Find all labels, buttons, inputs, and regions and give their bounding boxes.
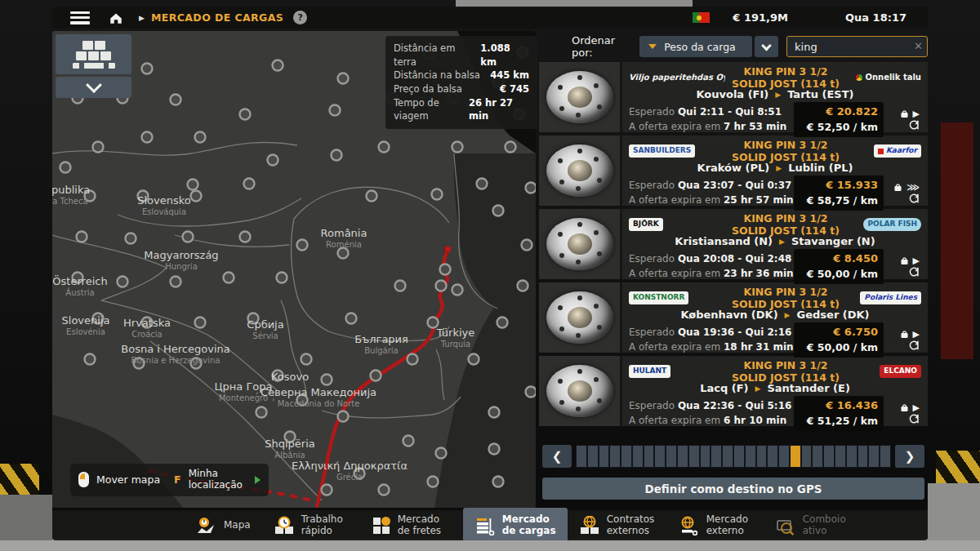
city-dot[interactable] (118, 277, 128, 287)
collapse-panel-button[interactable] (56, 77, 131, 98)
city-dot[interactable] (440, 264, 451, 275)
help-icon[interactable]: ? (293, 11, 307, 24)
city-dot[interactable] (452, 285, 463, 295)
city-dot[interactable] (493, 206, 504, 216)
page-segment[interactable] (711, 446, 721, 467)
page-segment[interactable] (869, 446, 879, 467)
city-dot[interactable] (188, 180, 198, 190)
page-segment[interactable] (621, 446, 631, 467)
search-input[interactable] (786, 36, 928, 57)
city-dot[interactable] (469, 354, 479, 365)
city-dot[interactable] (195, 132, 206, 143)
city-dot[interactable] (195, 318, 206, 328)
city-dot[interactable] (191, 191, 202, 202)
cargo-offer-row[interactable]: KONSTNORR KING PIN 3 1/2 SOLID JOST (114… (539, 282, 928, 353)
city-dot[interactable] (285, 432, 296, 442)
city-dot[interactable] (322, 375, 332, 385)
city-dot[interactable] (330, 105, 341, 116)
page-segment[interactable] (824, 446, 834, 467)
home-icon[interactable] (108, 11, 124, 25)
city-dot[interactable] (379, 142, 390, 153)
sort-expand-button[interactable] (755, 36, 778, 57)
city-dot[interactable] (332, 150, 342, 161)
page-segment[interactable] (655, 446, 665, 467)
city-dot[interactable] (338, 248, 349, 259)
city-dot[interactable] (408, 354, 418, 365)
city-dot[interactable] (518, 281, 528, 291)
page-segment[interactable] (847, 446, 857, 467)
city-dot[interactable] (171, 277, 181, 287)
city-dot[interactable] (338, 73, 349, 84)
next-page-button[interactable]: ❯ (895, 445, 924, 468)
page-segment[interactable] (599, 446, 609, 467)
cargo-offer-row[interactable]: Viljo paperitehdas Oy KING PIN 3 1/2 SOL… (539, 62, 928, 132)
city-dot[interactable] (273, 60, 283, 71)
menu-icon[interactable] (70, 11, 90, 24)
tab-contratos-externos[interactable]: Contratos externos (568, 510, 667, 540)
set-gps-destination-button[interactable]: Definir como destino no GPS (542, 478, 924, 500)
city-dot[interactable] (367, 191, 377, 202)
page-segment[interactable] (701, 446, 710, 467)
city-dot[interactable] (526, 387, 537, 398)
city-dot[interactable] (171, 95, 181, 105)
city-dot[interactable] (268, 155, 278, 166)
city-dot[interactable] (248, 313, 259, 324)
page-segment[interactable] (802, 446, 812, 467)
city-dot[interactable] (142, 64, 153, 74)
city-dot[interactable] (256, 407, 267, 418)
cargo-overview-button[interactable] (56, 34, 131, 74)
tab-mapa[interactable]: Mapa (183, 510, 262, 540)
page-segment[interactable] (610, 446, 620, 467)
page-segment[interactable] (746, 446, 755, 467)
city-dot[interactable] (301, 354, 312, 365)
city-dot[interactable] (428, 318, 439, 328)
city-dot[interactable] (526, 183, 537, 193)
city-dot[interactable] (522, 240, 532, 251)
city-dot[interactable] (452, 142, 463, 153)
city-dot[interactable] (432, 189, 443, 200)
page-segment[interactable] (666, 446, 676, 467)
city-dot[interactable] (273, 371, 283, 381)
tab-mercado-de-fretes[interactable]: Mercado de fretes (360, 510, 463, 540)
page-segment[interactable] (723, 446, 733, 467)
city-dot[interactable] (403, 436, 414, 447)
city-dot[interactable] (493, 477, 504, 487)
city-dot[interactable] (93, 142, 104, 153)
city-dot[interactable] (244, 179, 255, 189)
city-dot[interactable] (497, 318, 508, 328)
city-dot[interactable] (506, 142, 516, 153)
city-dot[interactable] (73, 273, 83, 283)
sort-dropdown[interactable]: Peso da carga (639, 36, 752, 57)
city-dot[interactable] (297, 240, 308, 251)
city-dot[interactable] (138, 191, 149, 202)
tab-trabalho-rapido[interactable]: Trabalho rápido (262, 510, 360, 540)
page-segment[interactable] (835, 446, 845, 467)
page-segment[interactable] (757, 446, 767, 467)
city-dot[interactable] (134, 358, 145, 369)
city-dot[interactable] (183, 232, 194, 242)
city-dot[interactable] (428, 477, 439, 487)
city-dot[interactable] (224, 273, 234, 283)
city-dot[interactable] (277, 273, 287, 283)
page-segment[interactable] (678, 446, 688, 467)
city-dot[interactable] (489, 407, 500, 418)
page-segment[interactable] (734, 446, 744, 467)
page-segment[interactable] (880, 446, 890, 467)
city-dot[interactable] (297, 395, 308, 406)
city-dot[interactable] (77, 232, 87, 242)
city-dot[interactable] (126, 233, 136, 244)
page-segments[interactable] (576, 445, 891, 468)
page-segment[interactable] (588, 446, 598, 467)
city-dot[interactable] (240, 232, 251, 242)
city-dot[interactable] (379, 485, 390, 495)
page-segment[interactable] (768, 446, 777, 467)
city-dot[interactable] (191, 358, 202, 369)
cargo-offer-row[interactable]: BJÖRK KING PIN 3 1/2 SOLID JOST (114 t) … (539, 209, 928, 279)
city-dot[interactable] (60, 162, 71, 173)
city-dot[interactable] (93, 313, 104, 324)
city-dot[interactable] (346, 313, 357, 324)
page-segment[interactable] (858, 446, 868, 467)
city-dot[interactable] (142, 318, 153, 328)
page-segment[interactable] (813, 446, 822, 467)
page-segment[interactable] (689, 446, 699, 467)
